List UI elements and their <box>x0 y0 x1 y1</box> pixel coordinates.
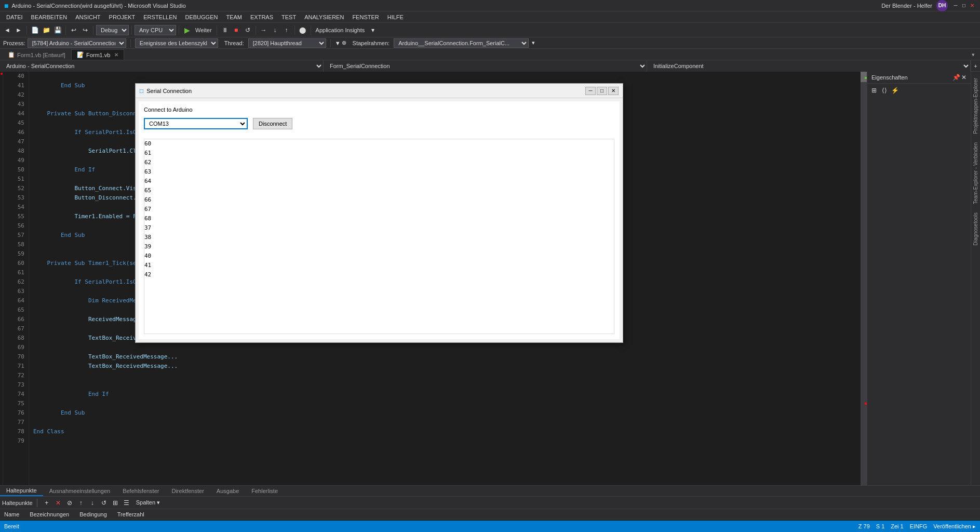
bp-list-btn[interactable]: ☰ <box>122 498 132 508</box>
toolbar-sep-4 <box>131 25 132 35</box>
bottom-tab-exceptions[interactable]: Ausnahmeeinstellungen <box>43 486 116 496</box>
status-publish[interactable]: Veröffentlichen ▸ <box>933 523 976 530</box>
menu-ansicht[interactable]: ANSICHT <box>71 11 104 22</box>
method-nav-select[interactable]: Form_SerialConnection <box>324 60 647 72</box>
toolbar-step-out-btn[interactable]: ↑ <box>281 25 292 35</box>
toolbar-sep-7 <box>256 25 256 35</box>
bottom-tab-breakpoints[interactable]: Haltepunkte <box>0 486 43 496</box>
line-number: 55 <box>7 212 24 221</box>
minimize-button[interactable]: ─ <box>952 2 959 9</box>
side-tab-team-explorer[interactable]: Team-Explorer - Verbinden <box>972 138 979 208</box>
output-line: 39 <box>144 242 614 251</box>
tabs-dropdown-btn[interactable]: ▾ <box>969 49 978 60</box>
toolbar-restart-btn[interactable]: ↺ <box>243 25 253 35</box>
tabs-bar: 📋 Form1.vb [Entwurf] 📝 Form1.vb ✕ ▾ <box>0 49 980 60</box>
output-line: 60 <box>144 139 614 149</box>
line-number: 53 <box>7 193 24 203</box>
menu-datei[interactable]: DATEI <box>2 11 27 22</box>
bp-down-btn[interactable]: ↓ <box>87 498 98 508</box>
code-line: End If <box>33 390 856 399</box>
bottom-tab-errors[interactable]: Fehlerliste <box>245 486 284 496</box>
toolbar-step-into-btn[interactable]: ↓ <box>270 25 280 35</box>
status-position: Z 79 <box>858 523 870 529</box>
line-number: 52 <box>7 184 24 193</box>
disconnect-button[interactable]: Disconnect <box>253 118 292 129</box>
bottom-tab-command[interactable]: Befehlsfenster <box>116 486 165 496</box>
menu-test[interactable]: TEST <box>277 11 300 22</box>
toolbar-save-btn[interactable]: 💾 <box>52 25 63 35</box>
toolbar-forward-btn[interactable]: ► <box>14 25 24 35</box>
bp-grid-btn[interactable]: ⊞ <box>110 498 120 508</box>
toolbar-back-btn[interactable]: ◄ <box>2 25 12 35</box>
tab-form1-design[interactable]: 📋 Form1.vb [Entwurf] <box>2 49 71 60</box>
toolbar-bp-btn[interactable]: ⬤ <box>298 25 308 35</box>
bp-delete-btn[interactable]: ✕ <box>53 498 63 508</box>
tab-form1-vb[interactable]: 📝 Form1.vb ✕ <box>71 49 124 60</box>
line-number: 66 <box>7 315 24 324</box>
menu-debuggen[interactable]: DEBUGGEN <box>181 11 222 22</box>
toolbar-open-btn[interactable]: 📁 <box>41 25 51 35</box>
nav-nav-select[interactable]: InitializeComponent <box>647 60 971 72</box>
maximize-button[interactable]: □ <box>960 2 968 9</box>
cpu-select[interactable]: Any CPU <box>135 25 176 35</box>
menu-extras[interactable]: EXTRAS <box>246 11 277 22</box>
menu-hilfe[interactable]: HILFE <box>383 11 408 22</box>
columns-btn[interactable]: Spalten ▾ <box>133 499 163 506</box>
process-bar: Prozess: [5784] Arduino - SerialConnecti… <box>0 37 980 49</box>
side-tab-solution-explorer[interactable]: Projektmappen-Explorer <box>972 74 979 138</box>
properties-controls: 📌 ✕ <box>952 74 966 81</box>
output-line: 63 <box>144 167 614 177</box>
toolbar-sep-6 <box>217 25 217 35</box>
bp-refresh-btn[interactable]: ↺ <box>99 498 109 508</box>
bp-clear-btn[interactable]: ⊘ <box>64 498 75 508</box>
nav-expand-btn[interactable]: + <box>971 60 980 72</box>
close-button[interactable]: ✕ <box>969 2 976 9</box>
modal-maximize-btn[interactable]: □ <box>597 87 607 95</box>
properties-close-btn[interactable]: ✕ <box>961 74 966 81</box>
menu-team[interactable]: TEAM <box>222 11 246 22</box>
toolbar-redo-btn[interactable]: ↪ <box>80 25 90 35</box>
bottom-tab-direct[interactable]: Direktfenster <box>165 486 210 496</box>
config-select[interactable]: Debug <box>96 25 129 35</box>
bp-up-btn[interactable]: ↑ <box>76 498 86 508</box>
app-insights-dropdown[interactable]: ▾ <box>368 25 378 35</box>
com-port-select[interactable]: COM13 <box>144 118 248 129</box>
prop-sort-btn[interactable]: ⟨⟩ <box>880 86 889 95</box>
filter-area: ▼ ⊗ <box>335 39 346 46</box>
process-label: Prozess: <box>3 40 25 46</box>
modal-minimize-btn[interactable]: ─ <box>585 87 596 95</box>
prop-event-btn[interactable]: ⚡ <box>890 86 900 95</box>
menu-analysieren[interactable]: ANALYSIEREN <box>300 11 348 22</box>
menu-erstellen[interactable]: ERSTELLEN <box>139 11 181 22</box>
lifecycle-select[interactable]: Ereignisse des Lebenszyklus <box>135 38 218 48</box>
stack-select[interactable]: Arduino__SerialConnection.Form_SerialC..… <box>394 38 529 48</box>
modal-titlebar: □ Serial Connection ─ □ ✕ <box>136 84 623 98</box>
prop-grid-btn[interactable]: ⊞ <box>869 86 879 95</box>
menu-fenster[interactable]: FENSTER <box>348 11 383 22</box>
toolbar-stop-btn[interactable]: ■ <box>231 25 241 35</box>
output-area[interactable]: 606162636465666768373839404142 <box>144 139 614 334</box>
code-line <box>33 371 856 380</box>
toolbar-pause-btn[interactable]: ⏸ <box>220 25 230 35</box>
editor-scrollbar[interactable] <box>861 72 867 485</box>
tab-close-btn[interactable]: ✕ <box>114 52 118 58</box>
modal-close-btn[interactable]: ✕ <box>608 87 619 95</box>
menu-bearbeiten[interactable]: BEARBEITEN <box>27 11 72 22</box>
line-number: 79 <box>7 436 24 446</box>
bottom-tab-output[interactable]: Ausgabe <box>210 486 245 496</box>
toolbar-run-btn[interactable]: ▶ <box>182 25 192 35</box>
col-condition: Bedingung <box>79 511 107 517</box>
code-nav: Arduino - SerialConnection Form_SerialCo… <box>0 60 980 72</box>
class-nav-select[interactable]: Arduino - SerialConnection <box>0 60 324 72</box>
menu-projekt[interactable]: PROJEKT <box>105 11 140 22</box>
toolbar-new-btn[interactable]: 📄 <box>30 25 40 35</box>
bp-new-btn[interactable]: + <box>42 498 52 508</box>
side-tab-diagnostics[interactable]: Diagnosetools <box>972 208 979 249</box>
pin-btn[interactable]: 📌 <box>952 74 960 81</box>
process-select[interactable]: [5784] Arduino - SerialConnection <box>28 38 126 48</box>
thread-select[interactable]: [2820] Hauptthread <box>248 38 326 48</box>
toolbar-step-btn[interactable]: → <box>259 25 269 35</box>
toolbar: ◄ ► 📄 📁 💾 ↩ ↪ Debug Any CPU ▶ Weiter ⏸ ■… <box>0 23 980 37</box>
line-number: 56 <box>7 221 24 231</box>
toolbar-undo-btn[interactable]: ↩ <box>69 25 79 35</box>
